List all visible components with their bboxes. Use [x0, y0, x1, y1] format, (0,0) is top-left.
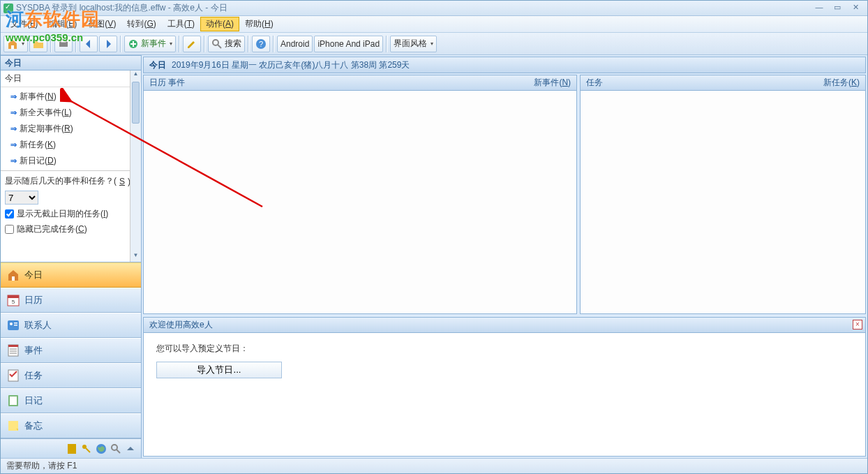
new-task-link[interactable]: 新任务(K) [823, 77, 860, 89]
calendar-panel: 日历 事件 新事件(N) [143, 75, 577, 314]
app-icon [3, 3, 13, 13]
svg-rect-15 [8, 345, 18, 347]
ipad-button[interactable]: iPhone And iPad [314, 36, 383, 52]
tb-edit-icon[interactable] [183, 36, 201, 52]
arrow-icon: ⇒ [10, 92, 17, 101]
tb-print-icon[interactable] [54, 36, 73, 52]
date-header: 今日 2019年9月16日 星期一 农历己亥年(猪)八月十八 第38周 第259… [143, 57, 866, 73]
toolbar: 新事件 搜索 ? Android iPhone And iPad 界面风格 [1, 33, 867, 55]
sidebar-bottom-toolbar [1, 438, 141, 458]
menu-goto[interactable]: 转到(G) [121, 17, 161, 31]
opt-days-select[interactable]: 7 [5, 191, 38, 205]
help-icon[interactable]: ? [252, 36, 270, 52]
android-button[interactable]: Android [277, 36, 313, 52]
paste-icon[interactable] [66, 443, 78, 455]
action-list: ⇒新事件(N) ⇒新全天事件(L) ⇒新定期事件(R) ⇒新任务(K) ⇒新日记… [1, 87, 141, 170]
svg-point-3 [213, 40, 218, 45]
maximize-button[interactable]: ▭ [828, 3, 846, 14]
nav-memo[interactable]: 备忘 [1, 413, 141, 438]
menu-edit[interactable]: 编辑(E) [43, 17, 82, 31]
minimize-button[interactable]: — [810, 3, 828, 14]
opt-nodate-label: 显示无截止日期的任务(I) [17, 208, 108, 220]
tb-next-icon[interactable] [99, 36, 117, 52]
svg-point-23 [112, 445, 117, 450]
status-text: 需要帮助，请按 F1 [6, 460, 77, 472]
svg-rect-19 [8, 421, 18, 431]
calendar-panel-title: 日历 事件 [149, 77, 185, 89]
globe-icon[interactable] [95, 443, 107, 455]
opt-days-label: 显示随后几天的事件和任务？(S) [5, 175, 137, 187]
welcome-text: 您可以导入预定义节日： [156, 343, 853, 355]
style-button[interactable]: 界面风格 [390, 36, 437, 52]
arrow-icon: ⇒ [10, 124, 17, 133]
nav-events[interactable]: 事件 [1, 338, 141, 363]
opt-hidedone-check[interactable] [5, 225, 14, 234]
nav-calendar[interactable]: 5日历 [1, 288, 141, 313]
svg-text:5: 5 [12, 299, 15, 305]
action-new-diary[interactable]: ⇒新日记(D) [1, 153, 141, 169]
sidebar-header: 今日 [1, 55, 141, 71]
nav-diary[interactable]: 日记 [1, 388, 141, 413]
menu-help[interactable]: 帮助(H) [239, 17, 279, 31]
svg-rect-1 [61, 40, 66, 43]
svg-rect-6 [12, 276, 15, 281]
find-icon[interactable] [110, 443, 122, 455]
search-button[interactable]: 搜索 [208, 36, 245, 52]
menu-action[interactable]: 动作(A) [200, 17, 239, 31]
window-title: SYSDBA 登录到 localhost:我的信息.effw - 高效e人 - … [16, 2, 227, 14]
sidebar: 今日 今日 ⇒新事件(N) ⇒新全天事件(L) ⇒新定期事件(R) ⇒新任务(K… [1, 55, 142, 458]
action-new-allday[interactable]: ⇒新全天事件(L) [1, 105, 141, 121]
action-new-event[interactable]: ⇒新事件(N) [1, 89, 141, 105]
statusbar: 需要帮助，请按 F1 [1, 458, 867, 473]
menubar: 文件(F) 编辑(E) 视图(V) 转到(G) 工具(T) 动作(A) 帮助(H… [1, 16, 867, 33]
tb-folder-icon[interactable] [29, 36, 47, 52]
opt-nodate-check[interactable] [5, 209, 14, 219]
menu-view[interactable]: 视图(V) [82, 17, 121, 31]
welcome-title: 欢迎使用高效e人 [149, 319, 213, 331]
nav-contacts[interactable]: 联系人 [1, 313, 141, 338]
welcome-panel: 欢迎使用高效e人 × 您可以导入预定义节日： 导入节日... [143, 317, 866, 457]
svg-rect-12 [14, 323, 17, 324]
arrow-icon: ⇒ [10, 156, 17, 165]
arrow-icon: ⇒ [10, 108, 17, 117]
nav-today[interactable]: 今日 [1, 262, 141, 288]
svg-rect-20 [68, 444, 76, 454]
new-event-button[interactable]: 新事件 [124, 36, 176, 52]
svg-rect-18 [10, 397, 17, 405]
sidebar-scrollbar[interactable]: ▲ ▼ [130, 71, 141, 262]
opt-hidedone-label: 隐藏已完成任务(C) [17, 223, 87, 235]
svg-rect-13 [14, 325, 17, 326]
key-icon[interactable] [80, 443, 93, 455]
task-panel-title: 任务 [586, 77, 603, 89]
import-holidays-button[interactable]: 导入节日... [156, 362, 282, 378]
sidebar-subhead: 今日 [1, 71, 141, 87]
expand-icon[interactable] [124, 443, 137, 455]
action-new-task[interactable]: ⇒新任务(K) [1, 137, 141, 153]
close-icon[interactable]: × [853, 320, 862, 329]
new-event-link[interactable]: 新事件(N) [534, 77, 571, 89]
close-button[interactable]: ✕ [846, 3, 865, 14]
tb-prev-icon[interactable] [80, 36, 98, 52]
menu-tools[interactable]: 工具(T) [162, 17, 200, 31]
arrow-icon: ⇒ [10, 140, 17, 149]
titlebar: SYSDBA 登录到 localhost:我的信息.effw - 高效e人 - … [1, 1, 867, 16]
menu-file[interactable]: 文件(F) [5, 17, 43, 31]
svg-point-11 [10, 323, 13, 325]
svg-text:?: ? [259, 40, 263, 48]
svg-rect-8 [8, 295, 19, 298]
nav-tasks[interactable]: 任务 [1, 363, 141, 388]
action-new-recurring[interactable]: ⇒新定期事件(R) [1, 121, 141, 137]
tb-home-icon[interactable] [3, 36, 28, 52]
task-panel: 任务 新任务(K) [580, 75, 866, 314]
